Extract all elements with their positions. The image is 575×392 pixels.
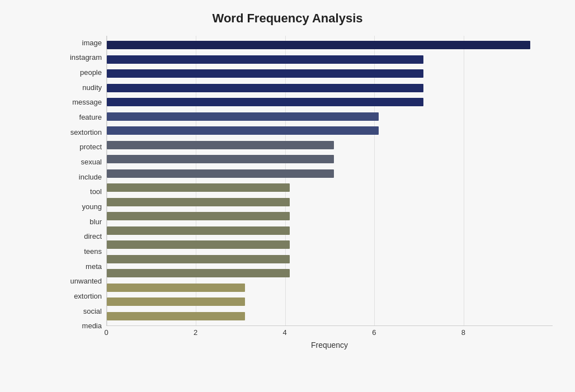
bar-row <box>107 252 553 267</box>
y-label: sexual <box>81 155 102 168</box>
y-label: protect <box>79 140 102 154</box>
bar <box>107 198 290 206</box>
bar <box>107 98 423 106</box>
bar-row <box>107 266 553 281</box>
bar-row <box>107 224 553 238</box>
bar-row <box>107 181 553 195</box>
bars-area <box>106 36 553 326</box>
x-axis-label: Frequency <box>106 341 553 350</box>
chart-title: Word Frequency Analysis <box>22 11 553 26</box>
chart-area: imageinstagrampeoplenuditymessagefeature… <box>56 36 553 350</box>
y-label: unwanted <box>70 275 102 288</box>
bar <box>107 169 334 178</box>
y-label: nudity <box>82 81 102 94</box>
bar <box>107 312 245 320</box>
y-label: people <box>80 65 102 79</box>
bar <box>107 69 423 78</box>
y-label: direct <box>84 230 102 243</box>
bar <box>107 183 290 192</box>
y-label: meta <box>86 259 102 273</box>
bar-row <box>107 124 553 138</box>
y-label: image <box>82 36 102 49</box>
y-label: media <box>82 319 102 333</box>
bar-row <box>107 53 553 67</box>
bar <box>107 269 290 277</box>
bar <box>107 297 245 306</box>
x-tick: 6 <box>372 328 376 337</box>
bar-row <box>107 309 553 324</box>
y-label: extortion <box>74 289 102 303</box>
y-label: sextortion <box>70 125 102 139</box>
y-label: young <box>82 200 102 213</box>
y-label: teens <box>84 244 102 258</box>
bar <box>107 41 530 49</box>
bar-row <box>107 209 553 224</box>
x-tick: 8 <box>461 328 465 337</box>
bar <box>107 112 379 121</box>
bar-row <box>107 295 553 309</box>
y-label: instagram <box>70 51 102 64</box>
x-tick: 4 <box>283 328 287 337</box>
y-label: tool <box>90 185 102 199</box>
y-labels: imageinstagrampeoplenuditymessagefeature… <box>56 36 106 350</box>
bar-row <box>107 95 553 110</box>
bar-row <box>107 67 553 81</box>
bar-row <box>107 238 553 252</box>
bar <box>107 212 290 220</box>
bar-row <box>107 167 553 181</box>
bars-and-xaxis: 02468 Frequency <box>106 36 553 350</box>
bar-row <box>107 281 553 295</box>
bar-row <box>107 195 553 210</box>
bar <box>107 240 290 249</box>
bar <box>107 284 245 292</box>
bar-row <box>107 81 553 96</box>
x-tick: 2 <box>194 328 197 337</box>
y-label: feature <box>79 110 102 124</box>
bar <box>107 126 379 135</box>
x-axis: 02468 <box>106 326 553 337</box>
bar <box>107 141 334 149</box>
bar <box>107 155 334 163</box>
bar-row <box>107 110 553 124</box>
bar-row <box>107 138 553 153</box>
bar <box>107 226 290 235</box>
chart-container: Word Frequency Analysis imageinstagrampe… <box>0 0 575 392</box>
bar <box>107 255 290 263</box>
bar <box>107 84 423 92</box>
y-label: include <box>79 170 102 183</box>
x-tick: 0 <box>104 328 108 337</box>
y-label: message <box>72 96 102 109</box>
y-label: social <box>83 304 102 318</box>
y-label: blur <box>89 215 102 228</box>
bar-row <box>107 152 553 167</box>
bar <box>107 55 423 64</box>
bar-row <box>107 38 553 53</box>
